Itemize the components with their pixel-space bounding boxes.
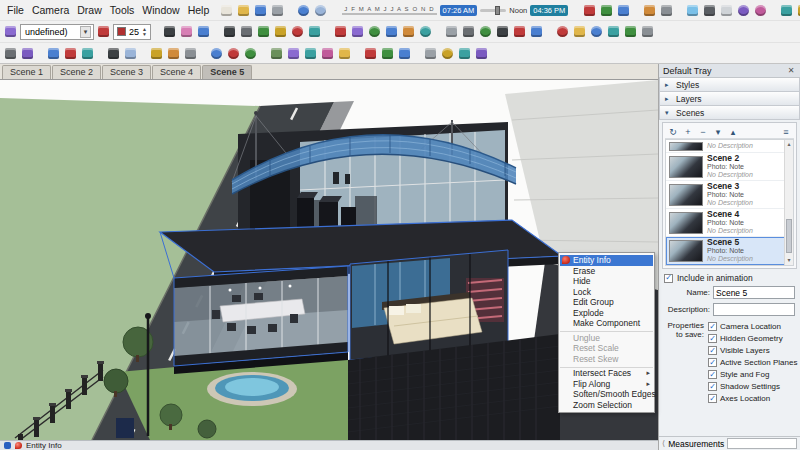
paint-bucket-icon[interactable]: [196, 24, 211, 39]
new-file-icon[interactable]: [219, 3, 234, 18]
push-pull-icon[interactable]: [350, 24, 365, 39]
context-menu-item[interactable]: Edit Group: [560, 297, 653, 308]
move-scene-up-icon[interactable]: ▴: [727, 126, 739, 138]
toolbar-icon[interactable]: [37, 46, 44, 61]
remove-scene-icon[interactable]: −: [697, 126, 709, 138]
scene-list-item[interactable]: No Description: [666, 140, 793, 153]
menu-item[interactable]: Tools: [106, 2, 139, 18]
dynamic-components-icon[interactable]: [423, 46, 438, 61]
toolbar-icon[interactable]: [330, 3, 337, 18]
offset-tool-icon[interactable]: [418, 24, 433, 39]
make-component-icon[interactable]: [3, 24, 18, 39]
select-tool-icon[interactable]: [162, 24, 177, 39]
toolbar-icon[interactable]: [153, 24, 160, 39]
photo-textures-icon[interactable]: [397, 46, 412, 61]
entity-info-icon[interactable]: [226, 46, 241, 61]
follow-me-icon[interactable]: [384, 24, 399, 39]
styles-icon[interactable]: [20, 46, 35, 61]
text-tool-icon[interactable]: [495, 24, 510, 39]
circle-tool-icon[interactable]: [290, 24, 305, 39]
context-menu-item[interactable]: Hide: [560, 276, 653, 287]
rotate-tool-icon[interactable]: [367, 24, 382, 39]
geolocation-icon[interactable]: [4, 442, 11, 449]
rectangle-tool-icon[interactable]: [273, 24, 288, 39]
menu-item[interactable]: Help: [184, 2, 214, 18]
close-icon[interactable]: [786, 66, 796, 76]
instructor-icon[interactable]: [243, 46, 258, 61]
scene-name-input[interactable]: [713, 286, 795, 299]
property-checkbox[interactable]: [708, 370, 717, 379]
shadow-time-end-badge[interactable]: 04:36 PM: [530, 5, 568, 16]
layer-dropdown[interactable]: undefined): [20, 24, 94, 40]
toggle-terrain-icon[interactable]: [380, 46, 395, 61]
Scene 5[interactable]: Scene 5 Photo: Note No Description: [666, 237, 793, 265]
views-top-icon[interactable]: [796, 3, 800, 18]
context-menu-item[interactable]: Make Component: [560, 318, 653, 329]
toolbar-icon[interactable]: [213, 24, 220, 39]
sandbox-from-contours-icon[interactable]: [269, 46, 284, 61]
property-checkbox[interactable]: [708, 382, 717, 391]
view-options-icon[interactable]: ≡: [780, 126, 792, 138]
section-plane-icon[interactable]: [642, 3, 657, 18]
toolbar-icon[interactable]: [324, 24, 331, 39]
add-location-icon[interactable]: [363, 46, 378, 61]
undo-icon[interactable]: [296, 3, 311, 18]
property-checkbox[interactable]: [708, 334, 717, 343]
open-file-icon[interactable]: [236, 3, 251, 18]
toolbar-icon[interactable]: [140, 46, 147, 61]
context-menu-item[interactable]: Soften/Smooth Edges: [560, 389, 653, 400]
scene-tab[interactable]: Scene 2: [52, 65, 101, 79]
tray-resize-grip-icon[interactable]: ⟨: [662, 439, 665, 448]
toolbar-icon[interactable]: [573, 3, 580, 18]
walk-icon[interactable]: [616, 3, 631, 18]
tray-section-header[interactable]: ▸ Layers: [659, 92, 800, 106]
position-camera-icon[interactable]: [582, 3, 597, 18]
print-icon[interactable]: [270, 3, 285, 18]
include-animation-checkbox[interactable]: [664, 274, 673, 283]
scale-tool-icon[interactable]: [401, 24, 416, 39]
context-menu-item[interactable]: Zoom Selection: [560, 400, 653, 411]
shaded-icon[interactable]: [736, 3, 751, 18]
model-info-icon[interactable]: [209, 46, 224, 61]
menu-item[interactable]: Draw: [73, 2, 106, 18]
Scene 3[interactable]: Scene 3 Photo: Note No Description: [666, 181, 793, 209]
toolbar-icon[interactable]: [676, 3, 683, 18]
component-attributes-icon[interactable]: [474, 46, 489, 61]
wireframe-icon[interactable]: [702, 3, 717, 18]
hidden-line-icon[interactable]: [719, 3, 734, 18]
menu-item[interactable]: File: [3, 2, 28, 18]
toolbar-icon[interactable]: [354, 46, 361, 61]
context-menu-item[interactable]: Unglue: [560, 333, 653, 344]
context-menu-item[interactable]: Entity Info: [560, 255, 653, 266]
tray-section-header[interactable]: ▸ Styles: [659, 78, 800, 92]
eraser-tool-icon[interactable]: [179, 24, 194, 39]
x-ray-icon[interactable]: [685, 3, 700, 18]
color-swatch[interactable]: [117, 27, 126, 36]
toolbar-icon[interactable]: [633, 3, 640, 18]
orbit-tool-icon[interactable]: [555, 24, 570, 39]
toolbar-icon[interactable]: [435, 24, 442, 39]
scrollbar[interactable]: ▴ ▾: [784, 140, 793, 265]
scene-tab[interactable]: Scene 1: [2, 65, 51, 79]
shadows-toggle-icon[interactable]: [106, 46, 121, 61]
layers-panel-icon[interactable]: [80, 46, 95, 61]
views-iso-icon[interactable]: [779, 3, 794, 18]
shadow-time-start-badge[interactable]: 07:26 AM: [440, 5, 478, 16]
property-checkbox[interactable]: [708, 346, 717, 355]
Scene 4[interactable]: Scene 4 Photo: Note No Description: [666, 209, 793, 237]
scrollbar-thumb[interactable]: [786, 219, 792, 253]
drape-icon[interactable]: [337, 46, 352, 61]
month-scale[interactable]: J F M A M J J A S O N D: [342, 6, 436, 15]
update-scene-icon[interactable]: ↻: [667, 126, 679, 138]
materials-icon[interactable]: [63, 46, 78, 61]
zoom-window-icon[interactable]: [606, 24, 621, 39]
move-tool-icon[interactable]: [333, 24, 348, 39]
toolbar-icon[interactable]: [97, 46, 104, 61]
components-icon[interactable]: [46, 46, 61, 61]
tape-measure-icon[interactable]: [444, 24, 459, 39]
sandbox-from-scratch-icon[interactable]: [286, 46, 301, 61]
previous-view-icon[interactable]: [640, 24, 655, 39]
3d-text-icon[interactable]: [529, 24, 544, 39]
property-checkbox[interactable]: [708, 322, 717, 331]
Scene 2[interactable]: Scene 2 Photo: Note No Description: [666, 153, 793, 181]
